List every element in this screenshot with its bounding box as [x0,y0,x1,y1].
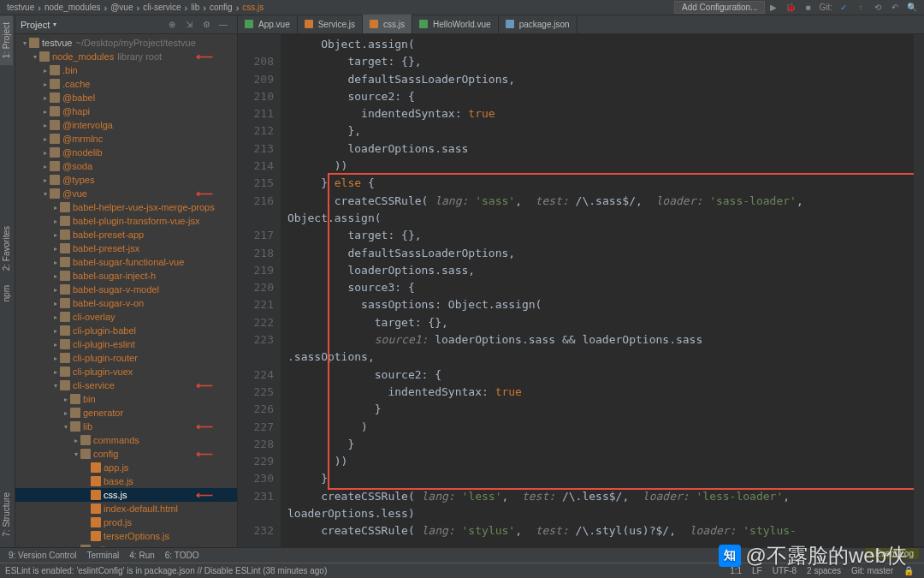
tool-todo[interactable]: 6: TODO [160,551,204,560]
line-gutter: 208209210211212213214215216 217218219220… [238,34,281,547]
tree-node[interactable]: ▸babel-sugar-v-model [15,283,237,296]
project-tree[interactable]: ▾testvue~/Desktop/myProject/testvue▾node… [15,34,237,547]
editor-area: App.vueService.jscss.jsHelloWorld.vuepac… [238,15,924,547]
tree-node[interactable]: ▸@hapi [15,104,237,118]
tree-node[interactable]: app.js [15,461,237,474]
tree-node[interactable]: index-default.html [15,502,237,515]
sidebar-title[interactable]: Project [21,20,50,30]
tree-node[interactable]: ▸@soda [15,159,237,173]
breadcrumb-bar: testvue› node_modules› @vue› cli-service… [0,0,924,15]
select-opened-icon[interactable]: ⊕ [166,19,178,31]
vcs-commit-icon[interactable]: ↑ [855,2,867,14]
sidebar-header: Project ▾ ⊕ ⇲ ⚙ — [15,15,237,34]
tree-node[interactable]: ▸babel-sugar-functional-vue [15,255,237,269]
crumb-file[interactable]: css.js [239,3,267,12]
tree-node[interactable]: ▾config⟵ [15,447,237,461]
tree-node[interactable]: ▸babel-sugar-inject-h [15,269,237,283]
tree-node[interactable]: ▸@mrmlnc [15,132,237,146]
vcs-update-icon[interactable]: ✓ [838,2,850,14]
tool-tab-npm[interactable]: npm [0,278,13,308]
project-sidebar: Project ▾ ⊕ ⇲ ⚙ — ▾testvue~/Desktop/myPr… [15,15,238,547]
crumb[interactable]: lib [187,3,203,12]
left-tool-strip: 1: Project 2: Favorites npm 7: Structure [0,15,15,547]
tree-node[interactable]: ▸@nodelib [15,146,237,159]
tree-node[interactable]: ▸commands [15,433,237,447]
tree-node[interactable]: ▸bin [15,392,237,406]
crumb[interactable]: config [206,3,236,12]
run-icon[interactable]: ▶ [767,2,779,14]
git-label: Git: [819,2,832,14]
code-lines[interactable]: Object.assign( target: {}, defaultSassLo… [281,34,924,547]
hide-icon[interactable]: — [217,19,229,31]
tree-node[interactable]: prod.js [15,515,237,529]
tree-node[interactable]: ▸util [15,543,237,547]
tool-tab-structure[interactable]: 7: Structure [0,486,13,544]
tree-node[interactable]: ▾node_moduleslibrary root⟵ [15,50,237,63]
editor-scrollbar[interactable] [914,34,924,546]
tree-node[interactable]: ▸.bin [15,63,237,77]
tool-tab-project[interactable]: 1: Project [0,15,13,65]
tree-node[interactable]: ▸cli-plugin-vuex [15,365,237,378]
tool-tab-favorites[interactable]: 2: Favorites [0,219,13,277]
code-area[interactable]: 208209210211212213214215216 217218219220… [238,34,924,547]
crumb[interactable]: node_modules [41,3,104,12]
tree-node[interactable]: ▸.cache [15,77,237,91]
tree-node[interactable]: base.js [15,474,237,488]
tree-node[interactable]: ▾cli-service⟵ [15,378,237,392]
tool-vcs[interactable]: 9: Version Control [3,551,82,560]
tree-node[interactable]: ▸babel-helper-vue-jsx-merge-props [15,200,237,214]
editor-tab[interactable]: HelloWorld.vue [412,15,499,33]
tree-node[interactable]: ▸cli-plugin-router [15,351,237,365]
watermark: 知 @不露脸的web侠 [719,542,907,569]
tree-node[interactable]: ▸@types [15,173,237,187]
tool-terminal[interactable]: Terminal [82,551,125,560]
tree-node[interactable]: ▾@vue⟵ [15,187,237,200]
editor-tabs: App.vueService.jscss.jsHelloWorld.vuepac… [238,15,924,34]
zhihu-icon: 知 [719,545,741,567]
history-icon[interactable]: ⟲ [872,2,884,14]
tree-node[interactable]: ▸generator [15,406,237,420]
tree-node[interactable]: ▸babel-preset-app [15,228,237,241]
revert-icon[interactable]: ↶ [889,2,901,14]
tree-node[interactable]: ▸@babel [15,91,237,104]
tree-node[interactable]: ▾lib⟵ [15,420,237,433]
tool-run[interactable]: 4: Run [124,551,159,560]
search-icon[interactable]: 🔍 [906,2,918,14]
tree-node[interactable]: ▸cli-plugin-babel [15,324,237,337]
editor-tab[interactable]: css.js [363,15,412,33]
editor-tab[interactable]: Service.js [298,15,363,33]
crumb[interactable]: @vue [107,3,136,12]
editor-tab[interactable]: App.vue [238,15,298,33]
tree-node[interactable]: ▾testvue~/Desktop/myProject/testvue [15,36,237,50]
tree-node[interactable]: ▸cli-plugin-eslint [15,337,237,351]
stop-icon: ■ [802,2,814,14]
eslint-status[interactable]: ESLint is enabled: 'eslintConfig' is in … [5,566,327,575]
gear-icon[interactable]: ⚙ [200,19,212,31]
tree-node[interactable]: terserOptions.js [15,529,237,543]
collapse-icon[interactable]: ⇲ [183,19,195,31]
add-configuration-button[interactable]: Add Configuration... [674,1,765,14]
tree-node[interactable]: ▸babel-preset-jsx [15,241,237,255]
tree-node[interactable]: css.js⟵ [15,488,237,502]
crumb[interactable]: cli-service [139,3,184,12]
crumb[interactable]: testvue [3,3,38,12]
debug-icon[interactable]: 🐞 [785,2,797,14]
tree-node[interactable]: ▸@intervolga [15,118,237,132]
editor-tab[interactable]: package.json [499,15,578,33]
tree-node[interactable]: ▸babel-sugar-v-on [15,296,237,310]
tree-node[interactable]: ▸babel-plugin-transform-vue-jsx [15,214,237,228]
tree-node[interactable]: ▸cli-overlay [15,310,237,324]
